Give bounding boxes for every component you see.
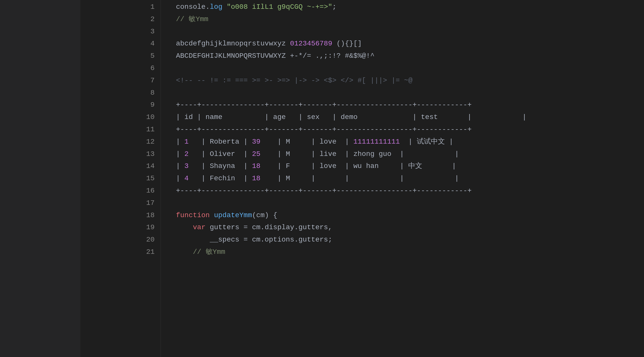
code-line-19: var gutters = cm.display.gutters, bbox=[176, 221, 644, 234]
code-line-16: +----+---------------+-------+-------+--… bbox=[176, 185, 644, 197]
code-line-14: | 3 | Shayna | 18 | F | love | wu han | … bbox=[176, 160, 644, 172]
line-num-2: 2 bbox=[80, 13, 155, 26]
line-num-6: 6 bbox=[80, 62, 155, 75]
line-num-14: 14 bbox=[80, 160, 155, 172]
code-line-13: | 2 | Oliver | 25 | M | live | zhong guo… bbox=[176, 148, 644, 160]
line-num-16: 16 bbox=[80, 185, 155, 197]
code-line-6 bbox=[176, 62, 644, 75]
line-num-5: 5 bbox=[80, 50, 155, 62]
code-line-9: +----+---------------+-------+-------+--… bbox=[176, 99, 644, 111]
code-line-10: | id | name | age | sex | demo | test | … bbox=[176, 111, 644, 124]
line-num-15: 15 bbox=[80, 172, 155, 185]
code-line-2: // 敏Ymm bbox=[176, 13, 644, 26]
line-num-17: 17 bbox=[80, 197, 155, 209]
line-num-10: 10 bbox=[80, 111, 155, 124]
code-line-15: | 4 | Fechin | 18 | M | | | | bbox=[176, 172, 644, 185]
line-num-7: 7 bbox=[80, 75, 155, 87]
code-line-1: console.log "o008 iIlL1 g9qCGQ ~-+=>"; bbox=[176, 1, 644, 13]
code-editor[interactable]: console.log "o008 iIlL1 g9qCGQ ~-+=>"; /… bbox=[161, 0, 644, 357]
line-numbers: 1 2 3 4 5 6 7 8 9 10 11 12 13 14 15 16 1… bbox=[80, 1, 161, 258]
line-num-11: 11 bbox=[80, 124, 155, 136]
line-num-12: 12 bbox=[80, 136, 155, 148]
line-num-19: 19 bbox=[80, 221, 155, 234]
line-num-18: 18 bbox=[80, 209, 155, 222]
line-num-1: 1 bbox=[80, 1, 155, 13]
code-line-21: // 敏Ymm bbox=[176, 246, 644, 258]
code-line-17 bbox=[176, 197, 644, 209]
code-line-20: __specs = cm.options.gutters; bbox=[176, 234, 644, 246]
code-line-12: | 1 | Roberta | 39 | M | love | 11111111… bbox=[176, 136, 644, 148]
line-num-9: 9 bbox=[80, 99, 155, 111]
line-gutter: 1 2 3 4 5 6 7 8 9 10 11 12 13 14 15 16 1… bbox=[80, 0, 161, 357]
line-num-4: 4 bbox=[80, 38, 155, 50]
line-num-20: 20 bbox=[80, 234, 155, 246]
line-num-8: 8 bbox=[80, 87, 155, 99]
line-num-3: 3 bbox=[80, 26, 155, 38]
line-num-13: 13 bbox=[80, 148, 155, 160]
sidebar-left bbox=[0, 0, 80, 357]
code-line-4: abcdefghijklmnopqrstuvwxyz 0123456789 ()… bbox=[176, 38, 644, 50]
code-line-11: +----+---------------+-------+-------+--… bbox=[176, 124, 644, 136]
code-line-3 bbox=[176, 26, 644, 38]
code-line-5: ABCDEFGHIJKLMNOPQRSTUVWXYZ +-*/= .,;:!? … bbox=[176, 50, 644, 62]
code-line-7: <!-- -- != := === >= >- >=> |-> -> <$> <… bbox=[176, 75, 644, 87]
code-line-18: function updateYmm(cm) { bbox=[176, 209, 644, 222]
line-num-21: 21 bbox=[80, 246, 155, 258]
code-line-8 bbox=[176, 87, 644, 99]
